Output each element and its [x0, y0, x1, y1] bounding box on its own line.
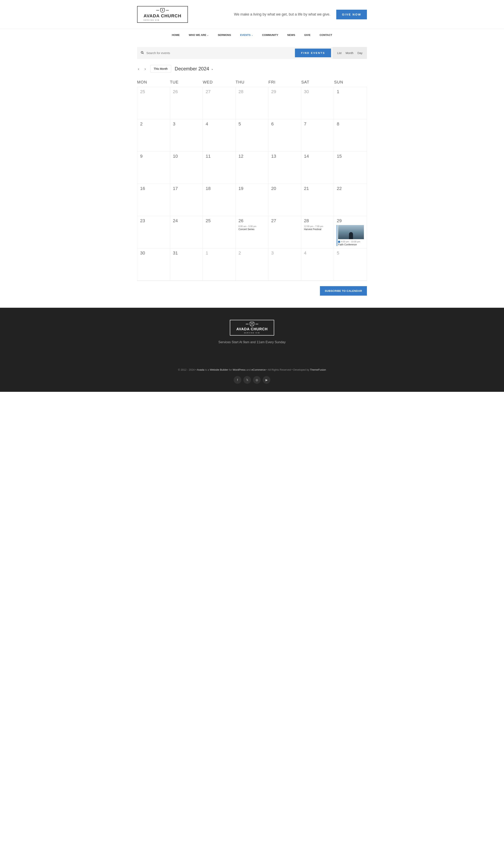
- calendar-cell[interactable]: 23: [137, 216, 170, 248]
- footer-logo[interactable]: ✝ AVADA CHURCH SERVING HIM: [0, 320, 504, 336]
- calendar-cell[interactable]: 3: [268, 248, 301, 281]
- calendar-cell[interactable]: 28: [236, 87, 269, 119]
- calendar-cell[interactable]: 11: [203, 152, 236, 184]
- instagram-icon[interactable]: ◎: [253, 376, 261, 384]
- calendar-date: 9: [140, 154, 167, 159]
- calendar-cell[interactable]: 268:00 am - 5:00 pmConcert Series: [236, 216, 269, 248]
- calendar-date: 13: [271, 154, 298, 159]
- calendar-cell[interactable]: 13: [268, 152, 301, 184]
- nav-item-community[interactable]: COMMUNITY: [262, 34, 278, 36]
- calendar-date: 8: [337, 121, 364, 127]
- calendar-cell[interactable]: 30: [137, 248, 170, 281]
- calendar-cell[interactable]: 7: [301, 119, 334, 152]
- find-events-button[interactable]: FIND EVENTS: [295, 49, 331, 57]
- calendar-cell[interactable]: 5: [334, 248, 367, 281]
- search-bar: FIND EVENTS List Month Day: [137, 47, 367, 59]
- calendar-cell[interactable]: 294:00 pm - 10:00 pmFaith Conference: [334, 216, 367, 248]
- calendar-date: 27: [271, 218, 298, 224]
- calendar-cell[interactable]: 25: [137, 87, 170, 119]
- calendar-cell[interactable]: 31: [170, 248, 203, 281]
- month-selector[interactable]: December 2024 ⌄: [175, 66, 214, 72]
- calendar-cell[interactable]: 26: [170, 87, 203, 119]
- calendar-cell[interactable]: 5: [236, 119, 269, 152]
- calendar-cell[interactable]: 21: [301, 184, 334, 216]
- calendar-cell[interactable]: 27: [203, 87, 236, 119]
- calendar-date: 18: [205, 186, 233, 191]
- this-month-button[interactable]: This Month: [150, 65, 171, 73]
- nav-item-home[interactable]: HOME: [172, 34, 180, 36]
- nav-item-sermons[interactable]: SERMONS: [218, 34, 231, 36]
- link-website-builder[interactable]: Website Builder: [210, 368, 228, 371]
- calendar-cell[interactable]: 22: [334, 184, 367, 216]
- view-day[interactable]: Day: [357, 51, 362, 55]
- calendar-cell[interactable]: 24: [170, 216, 203, 248]
- logo-subtitle: SERVING HIM: [144, 19, 181, 21]
- calendar-cell[interactable]: 30: [301, 87, 334, 119]
- calendar-date: 10: [173, 154, 200, 159]
- calendar-cell[interactable]: 1: [203, 248, 236, 281]
- calendar-header: MONTUEWEDTHUFRISATSUN: [137, 77, 367, 87]
- calendar-cell[interactable]: 9: [137, 152, 170, 184]
- day-header: THU: [236, 77, 269, 87]
- calendar-date: 4: [304, 250, 331, 256]
- search-input[interactable]: [146, 47, 290, 59]
- link-wordpress[interactable]: WordPress: [233, 368, 246, 371]
- calendar-date: 2: [238, 250, 266, 256]
- calendar-cell[interactable]: 6: [268, 119, 301, 152]
- link-ecommerce[interactable]: eCommerce: [251, 368, 266, 371]
- nav-item-news[interactable]: NEWS: [287, 34, 295, 36]
- event-title: Concert Series: [238, 228, 266, 231]
- featured-icon: [338, 241, 340, 243]
- calendar-date: 24: [173, 218, 200, 224]
- calendar-date: 4: [205, 121, 233, 127]
- logo[interactable]: ✝ AVADA CHURCH SERVING HIM: [137, 6, 188, 23]
- view-list[interactable]: List: [337, 51, 342, 55]
- day-header: SUN: [334, 77, 367, 87]
- calendar-cell[interactable]: 1: [334, 87, 367, 119]
- next-month-button[interactable]: ›: [144, 66, 147, 72]
- calendar-cell[interactable]: 25: [203, 216, 236, 248]
- calendar-cell[interactable]: 27: [268, 216, 301, 248]
- calendar-cell[interactable]: 16: [137, 184, 170, 216]
- calendar-date: 14: [304, 154, 331, 159]
- link-themefusion[interactable]: ThemeFusion: [310, 368, 326, 371]
- calendar-cell[interactable]: 15: [334, 152, 367, 184]
- calendar-cell[interactable]: 8: [334, 119, 367, 152]
- calendar-cell[interactable]: 14: [301, 152, 334, 184]
- youtube-icon[interactable]: ▶: [263, 376, 270, 384]
- calendar-cell[interactable]: 10: [170, 152, 203, 184]
- x-twitter-icon[interactable]: 𝕏: [243, 376, 251, 384]
- view-month[interactable]: Month: [345, 51, 354, 55]
- event-time: 12:00 pm - 7:00 pm: [304, 225, 331, 228]
- calendar-cell[interactable]: 19: [236, 184, 269, 216]
- give-now-button[interactable]: GIVE NOW: [336, 10, 367, 19]
- calendar-cell[interactable]: 2: [236, 248, 269, 281]
- calendar-cell[interactable]: 20: [268, 184, 301, 216]
- nav-item-who-we-are[interactable]: WHO WE ARE⌄: [189, 34, 209, 36]
- calendar-cell[interactable]: 3: [170, 119, 203, 152]
- prev-month-button[interactable]: ‹: [137, 66, 140, 72]
- day-header: FRI: [268, 77, 301, 87]
- nav-item-give[interactable]: GIVE: [304, 34, 310, 36]
- calendar-cell[interactable]: 4: [301, 248, 334, 281]
- subscribe-calendar-button[interactable]: SUBSCRIBE TO CALENDAR: [320, 286, 367, 296]
- calendar-cell[interactable]: 29: [268, 87, 301, 119]
- calendar-date: 5: [337, 250, 364, 256]
- calendar-date: 5: [238, 121, 266, 127]
- calendar-cell[interactable]: 4: [203, 119, 236, 152]
- calendar-cell[interactable]: 18: [203, 184, 236, 216]
- calendar-cell[interactable]: 2: [137, 119, 170, 152]
- chevron-down-icon: ⌄: [251, 34, 253, 36]
- calendar-cell[interactable]: 2812:00 pm - 7:00 pmHarvest Festival: [301, 216, 334, 248]
- calendar-event[interactable]: 8:00 am - 5:00 pmConcert Series: [238, 225, 266, 231]
- link-avada[interactable]: Avada: [197, 368, 204, 371]
- facebook-icon[interactable]: f: [234, 376, 241, 384]
- nav-item-contact[interactable]: CONTACT: [320, 34, 332, 36]
- copyright: © 2012 - 2024 • Avada is a Website Build…: [178, 368, 326, 371]
- calendar-event[interactable]: 12:00 pm - 7:00 pmHarvest Festival: [304, 225, 331, 231]
- calendar-event[interactable]: 4:00 pm - 10:00 pmFaith Conference: [337, 225, 364, 246]
- calendar-cell[interactable]: 12: [236, 152, 269, 184]
- event-time: 8:00 am - 5:00 pm: [238, 225, 266, 228]
- calendar-cell[interactable]: 17: [170, 184, 203, 216]
- nav-item-events[interactable]: EVENTS⌄: [240, 34, 253, 36]
